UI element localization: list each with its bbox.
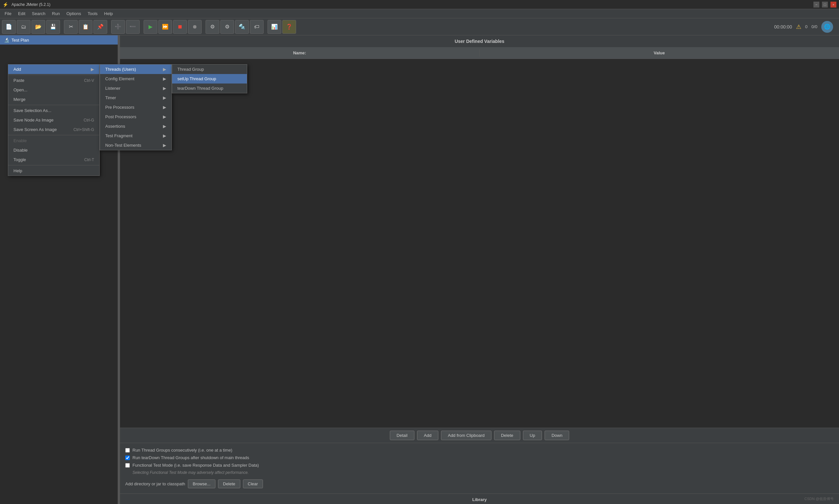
pre-processors-arrow: ▶ [163,105,166,110]
delete-row-button[interactable]: Delete [494,431,520,440]
remote-stop-button[interactable]: ⚙ [220,20,234,34]
remove-toolbar-button[interactable]: ➖ [126,20,140,34]
remote-run-button[interactable]: ⚙ [206,20,219,34]
ctx-listener[interactable]: Listener ▶ [100,84,171,93]
run-teardown-row: Run tearDown Thread Groups after shutdow… [125,454,834,462]
help-toolbar-button[interactable]: ❓ [282,20,296,34]
timer-value: 00:00:00 [774,24,792,30]
ctx-sep-1 [8,75,99,75]
watermark: CSDN @低音傅号 [805,497,834,501]
menu-search[interactable]: Search [29,10,49,17]
new-button[interactable]: 📄 [2,20,16,34]
ctx-merge[interactable]: Merge [8,95,99,104]
main-area: 🔬 Test Plan User Defined Variables Name:… [0,35,839,504]
menu-run[interactable]: Run [49,10,63,17]
ctx-save-node-image[interactable]: Save Node As Image Ctrl-G [8,115,99,125]
toolbar-separator-1 [61,20,63,34]
ctx-test-fragment[interactable]: Test Fragment ▶ [100,131,171,141]
assertions-arrow: ▶ [163,124,166,129]
menu-tools[interactable]: Tools [84,10,101,17]
ctx-paste[interactable]: Paste Ctrl-V [8,76,99,85]
minimize-button[interactable]: − [814,2,819,7]
paste-button[interactable]: 📌 [93,20,107,34]
ctx-add[interactable]: Add ▶ [8,65,99,74]
remote-shutdown-button[interactable]: 🔩 [235,20,249,34]
ctx-add-label: Add [14,67,21,72]
ctx-assertions[interactable]: Assertions ▶ [100,122,171,131]
udv-table-body [120,59,839,428]
menu-options[interactable]: Options [63,10,84,17]
save-button[interactable]: 💾 [46,20,60,34]
udv-title: User Defined Variables [120,35,839,47]
menu-file[interactable]: File [1,10,15,17]
add-toolbar-button[interactable]: ➕ [111,20,125,34]
maximize-button[interactable]: □ [822,2,828,7]
post-processors-arrow: ▶ [163,114,166,119]
ctx-save-selection[interactable]: Save Selection As... [8,106,99,115]
down-button[interactable]: Down [545,431,569,440]
ctx-disable[interactable]: Disable [8,145,99,155]
shutdown-button[interactable]: ⏺ [188,20,202,34]
ctx-non-test-elements-label: Non-Test Elements [105,143,141,148]
ctx-pre-processors-label: Pre Processors [105,105,134,110]
run-consecutive-row: Run Thread Groups consecutively (i.e. on… [125,446,834,454]
ctx-save-selection-label: Save Selection As... [14,108,51,113]
run-nopause-button[interactable]: ⏩ [158,20,172,34]
ctx-save-node-image-shortcut: Ctrl-G [84,118,94,123]
up-button[interactable]: Up [523,431,542,440]
run-consecutive-checkbox[interactable] [125,448,130,453]
udv-table-header: Name: Value [120,47,839,59]
ctx-save-screen-image[interactable]: Save Screen As Image Ctrl+Shift-G [8,125,99,134]
ctx-post-processors[interactable]: Post Processors ▶ [100,112,171,122]
toolbar-separator-3 [141,20,143,34]
clear-button[interactable]: Clear [243,480,263,488]
stop-button[interactable]: ⏹ [173,20,187,34]
ctx-toggle[interactable]: Toggle Ctrl-T [8,155,99,164]
ctx-non-test-elements[interactable]: Non-Test Elements ▶ [100,141,171,150]
config-element-arrow: ▶ [163,76,166,81]
library-section: Library [120,493,839,504]
timer-arrow: ▶ [163,95,166,100]
ctx-enable-label: Enable [14,138,27,143]
browse-button[interactable]: Browse... [188,480,216,488]
close-button[interactable]: × [831,2,836,7]
toolbar-separator-4 [203,20,205,34]
ctx-open[interactable]: Open... [8,85,99,95]
cut-button[interactable]: ✂ [64,20,78,34]
ctx-thread-group[interactable]: Thread Group [172,65,247,74]
tree-node-test-plan[interactable]: 🔬 Test Plan [0,35,118,44]
ctx-config-element[interactable]: Config Element ▶ [100,74,171,84]
ctx-threads-users[interactable]: Threads (Users) ▶ [100,65,171,74]
run-teardown-label: Run tearDown Thread Groups after shutdow… [133,455,249,460]
classpath-row: Add directory or jar to classpath Browse… [125,478,834,490]
ctx-sep-4 [8,165,99,165]
open-button[interactable]: 📂 [32,20,45,34]
ctx-setup-thread-group-label: setUp Thread Group [177,76,216,81]
menu-edit[interactable]: Edit [15,10,29,17]
bottom-section: Run Thread Groups consecutively (i.e. on… [120,443,839,493]
add-from-clipboard-button[interactable]: Add from Clipboard [441,431,492,440]
templates-button[interactable]: 🗂 [17,20,31,34]
remote-clear-button[interactable]: 🏷 [250,20,263,34]
ctx-help[interactable]: Help [8,166,99,176]
ctx-teardown-thread-group[interactable]: tearDown Thread Group [172,84,247,93]
delete-classpath-button[interactable]: Delete [218,480,240,488]
function-helper-button[interactable]: 📊 [268,20,281,34]
ctx-pre-processors[interactable]: Pre Processors ▶ [100,103,171,112]
functional-test-row: Functional Test Mode (i.e. save Response… [125,462,834,469]
ctx-test-fragment-label: Test Fragment [105,133,133,138]
detail-button[interactable]: Detail [390,431,414,440]
copy-button[interactable]: 📋 [79,20,92,34]
ctx-setup-thread-group[interactable]: setUp Thread Group [172,74,247,84]
toolbar: 📄 🗂 📂 💾 ✂ 📋 📌 ➕ ➖ ▶ ⏩ ⏹ ⏺ ⚙ ⚙ 🔩 🏷 📊 ❓ 00… [0,18,839,35]
ctx-timer[interactable]: Timer ▶ [100,93,171,103]
menu-help[interactable]: Help [101,10,116,17]
ctx-post-processors-label: Post Processors [105,114,136,119]
context-menu-level2: Threads (Users) ▶ Config Element ▶ Liste… [100,64,172,150]
run-consecutive-label: Run Thread Groups consecutively (i.e. on… [133,448,233,453]
run-button[interactable]: ▶ [143,20,157,34]
run-teardown-checkbox[interactable] [125,455,130,460]
functional-test-checkbox[interactable] [125,463,130,468]
add-arrow-icon: ▶ [91,67,94,72]
add-row-button[interactable]: Add [417,431,438,440]
